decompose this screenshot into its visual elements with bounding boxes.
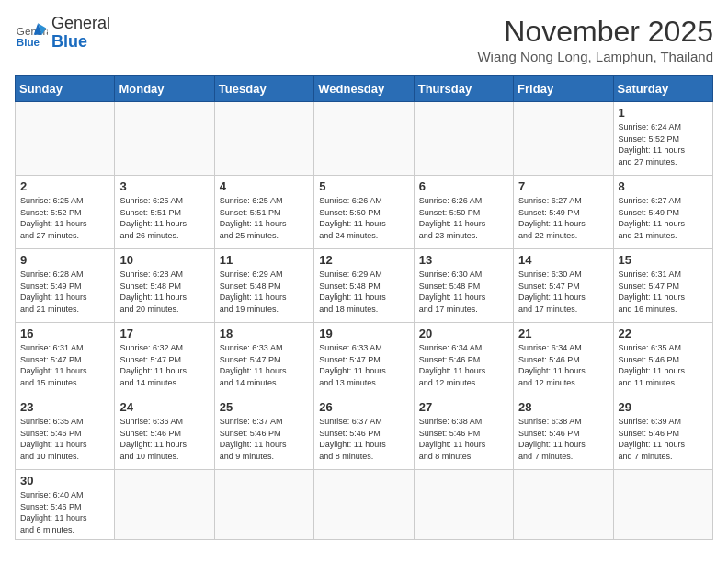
day-number: 28 xyxy=(518,400,608,414)
day-number: 14 xyxy=(518,253,608,267)
calendar-day-cell: 21Sunrise: 6:34 AM Sunset: 5:46 PM Dayli… xyxy=(514,323,613,396)
day-number: 11 xyxy=(220,253,309,267)
calendar-day-cell: 25Sunrise: 6:37 AM Sunset: 5:46 PM Dayli… xyxy=(214,396,313,470)
calendar-day-cell xyxy=(514,470,613,540)
day-content: Sunrise: 6:28 AM Sunset: 5:48 PM Dayligh… xyxy=(119,269,209,315)
calendar-day-cell: 28Sunrise: 6:38 AM Sunset: 5:46 PM Dayli… xyxy=(514,396,613,470)
calendar-day-cell: 22Sunrise: 6:35 AM Sunset: 5:46 PM Dayli… xyxy=(613,323,712,396)
day-number: 6 xyxy=(419,179,508,193)
day-content: Sunrise: 6:33 AM Sunset: 5:47 PM Dayligh… xyxy=(319,342,408,388)
calendar-day-cell: 24Sunrise: 6:36 AM Sunset: 5:46 PM Dayli… xyxy=(115,396,214,470)
calendar-day-cell: 8Sunrise: 6:27 AM Sunset: 5:49 PM Daylig… xyxy=(613,176,712,249)
day-number: 3 xyxy=(119,179,209,193)
day-number: 26 xyxy=(319,400,408,414)
day-header-sunday: Sunday xyxy=(16,76,115,102)
calendar-week-row: 1Sunrise: 6:24 AM Sunset: 5:52 PM Daylig… xyxy=(16,102,713,176)
day-content: Sunrise: 6:30 AM Sunset: 5:48 PM Dayligh… xyxy=(419,269,508,315)
calendar-day-cell: 18Sunrise: 6:33 AM Sunset: 5:47 PM Dayli… xyxy=(214,323,313,396)
day-content: Sunrise: 6:38 AM Sunset: 5:46 PM Dayligh… xyxy=(419,416,508,462)
logo-general: General xyxy=(51,15,110,33)
day-number: 5 xyxy=(319,179,408,193)
day-content: Sunrise: 6:26 AM Sunset: 5:50 PM Dayligh… xyxy=(319,195,408,241)
day-content: Sunrise: 6:38 AM Sunset: 5:46 PM Dayligh… xyxy=(518,416,608,462)
day-content: Sunrise: 6:25 AM Sunset: 5:52 PM Dayligh… xyxy=(20,195,109,241)
day-number: 29 xyxy=(619,400,708,414)
calendar-day-cell: 16Sunrise: 6:31 AM Sunset: 5:47 PM Dayli… xyxy=(16,323,115,396)
day-content: Sunrise: 6:31 AM Sunset: 5:47 PM Dayligh… xyxy=(619,269,708,315)
day-number: 21 xyxy=(518,327,608,340)
calendar-week-row: 9Sunrise: 6:28 AM Sunset: 5:49 PM Daylig… xyxy=(16,249,713,323)
day-content: Sunrise: 6:24 AM Sunset: 5:52 PM Dayligh… xyxy=(619,121,708,167)
day-number: 22 xyxy=(619,327,708,340)
day-header-tuesday: Tuesday xyxy=(214,76,313,102)
day-header-saturday: Saturday xyxy=(613,76,712,102)
day-content: Sunrise: 6:33 AM Sunset: 5:47 PM Dayligh… xyxy=(220,342,309,388)
day-content: Sunrise: 6:39 AM Sunset: 5:46 PM Dayligh… xyxy=(619,416,708,462)
calendar-week-row: 16Sunrise: 6:31 AM Sunset: 5:47 PM Dayli… xyxy=(16,323,713,396)
calendar-day-cell xyxy=(314,470,414,540)
svg-text:Blue: Blue xyxy=(17,36,40,48)
calendar-week-row: 23Sunrise: 6:35 AM Sunset: 5:46 PM Dayli… xyxy=(16,396,713,470)
logo-icon: General Blue xyxy=(15,17,48,50)
calendar-day-cell: 29Sunrise: 6:39 AM Sunset: 5:46 PM Dayli… xyxy=(613,396,712,470)
day-number: 8 xyxy=(619,179,708,193)
day-number: 19 xyxy=(319,327,408,340)
calendar-header-row: SundayMondayTuesdayWednesdayThursdayFrid… xyxy=(16,76,713,102)
day-number: 17 xyxy=(119,327,209,340)
day-number: 30 xyxy=(20,474,109,488)
day-content: Sunrise: 6:40 AM Sunset: 5:46 PM Dayligh… xyxy=(20,489,109,535)
calendar-day-cell: 1Sunrise: 6:24 AM Sunset: 5:52 PM Daylig… xyxy=(613,102,712,176)
logo: General Blue General Blue xyxy=(15,15,110,52)
logo-text: General Blue xyxy=(51,15,110,52)
calendar-day-cell: 17Sunrise: 6:32 AM Sunset: 5:47 PM Dayli… xyxy=(115,323,214,396)
calendar-day-cell xyxy=(214,470,313,540)
calendar-week-row: 30Sunrise: 6:40 AM Sunset: 5:46 PM Dayli… xyxy=(16,470,713,540)
calendar-day-cell: 26Sunrise: 6:37 AM Sunset: 5:46 PM Dayli… xyxy=(314,396,414,470)
day-number: 1 xyxy=(619,106,708,120)
day-content: Sunrise: 6:28 AM Sunset: 5:49 PM Dayligh… xyxy=(20,269,109,315)
day-content: Sunrise: 6:37 AM Sunset: 5:46 PM Dayligh… xyxy=(220,416,309,462)
calendar-day-cell: 11Sunrise: 6:29 AM Sunset: 5:48 PM Dayli… xyxy=(214,249,313,323)
calendar-day-cell: 23Sunrise: 6:35 AM Sunset: 5:46 PM Dayli… xyxy=(16,396,115,470)
calendar-day-cell: 10Sunrise: 6:28 AM Sunset: 5:48 PM Dayli… xyxy=(115,249,214,323)
calendar-day-cell: 12Sunrise: 6:29 AM Sunset: 5:48 PM Dayli… xyxy=(314,249,414,323)
calendar-day-cell xyxy=(514,102,613,176)
day-number: 27 xyxy=(419,400,508,414)
day-number: 13 xyxy=(419,253,508,267)
day-number: 12 xyxy=(319,253,408,267)
calendar-day-cell: 27Sunrise: 6:38 AM Sunset: 5:46 PM Dayli… xyxy=(414,396,513,470)
calendar-day-cell: 13Sunrise: 6:30 AM Sunset: 5:48 PM Dayli… xyxy=(414,249,513,323)
month-title: November 2025 xyxy=(477,15,713,49)
day-number: 7 xyxy=(518,179,608,193)
calendar-day-cell xyxy=(613,470,712,540)
calendar-day-cell: 2Sunrise: 6:25 AM Sunset: 5:52 PM Daylig… xyxy=(16,176,115,249)
day-content: Sunrise: 6:27 AM Sunset: 5:49 PM Dayligh… xyxy=(619,195,708,241)
calendar-day-cell: 20Sunrise: 6:34 AM Sunset: 5:46 PM Dayli… xyxy=(414,323,513,396)
day-content: Sunrise: 6:31 AM Sunset: 5:47 PM Dayligh… xyxy=(20,342,109,388)
calendar-day-cell: 30Sunrise: 6:40 AM Sunset: 5:46 PM Dayli… xyxy=(16,470,115,540)
calendar-day-cell: 7Sunrise: 6:27 AM Sunset: 5:49 PM Daylig… xyxy=(514,176,613,249)
day-content: Sunrise: 6:29 AM Sunset: 5:48 PM Dayligh… xyxy=(220,269,309,315)
day-content: Sunrise: 6:25 AM Sunset: 5:51 PM Dayligh… xyxy=(119,195,209,241)
day-number: 15 xyxy=(619,253,708,267)
calendar-day-cell: 19Sunrise: 6:33 AM Sunset: 5:47 PM Dayli… xyxy=(314,323,414,396)
calendar-day-cell: 15Sunrise: 6:31 AM Sunset: 5:47 PM Dayli… xyxy=(613,249,712,323)
day-content: Sunrise: 6:36 AM Sunset: 5:46 PM Dayligh… xyxy=(119,416,209,462)
day-content: Sunrise: 6:26 AM Sunset: 5:50 PM Dayligh… xyxy=(419,195,508,241)
calendar-day-cell xyxy=(314,102,414,176)
calendar-day-cell xyxy=(115,102,214,176)
calendar-day-cell: 4Sunrise: 6:25 AM Sunset: 5:51 PM Daylig… xyxy=(214,176,313,249)
day-number: 16 xyxy=(20,327,109,340)
calendar-day-cell: 3Sunrise: 6:25 AM Sunset: 5:51 PM Daylig… xyxy=(115,176,214,249)
day-number: 23 xyxy=(20,400,109,414)
calendar-table: SundayMondayTuesdayWednesdayThursdayFrid… xyxy=(15,75,713,540)
day-number: 10 xyxy=(119,253,209,267)
day-content: Sunrise: 6:30 AM Sunset: 5:47 PM Dayligh… xyxy=(518,269,608,315)
day-content: Sunrise: 6:34 AM Sunset: 5:46 PM Dayligh… xyxy=(518,342,608,388)
day-content: Sunrise: 6:35 AM Sunset: 5:46 PM Dayligh… xyxy=(619,342,708,388)
day-content: Sunrise: 6:37 AM Sunset: 5:46 PM Dayligh… xyxy=(319,416,408,462)
day-number: 4 xyxy=(220,179,309,193)
title-section: November 2025 Wiang Nong Long, Lamphun, … xyxy=(477,15,713,64)
day-number: 25 xyxy=(220,400,309,414)
calendar-day-cell: 6Sunrise: 6:26 AM Sunset: 5:50 PM Daylig… xyxy=(414,176,513,249)
